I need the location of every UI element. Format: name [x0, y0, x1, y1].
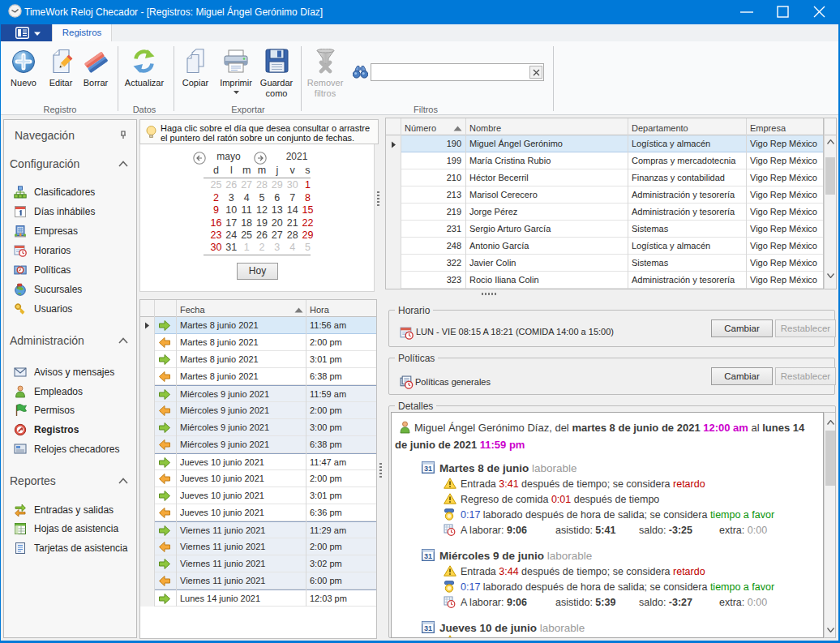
svg-text:31: 31 — [424, 624, 432, 632]
svg-text:31: 31 — [424, 465, 432, 473]
svg-text:31: 31 — [424, 552, 432, 560]
